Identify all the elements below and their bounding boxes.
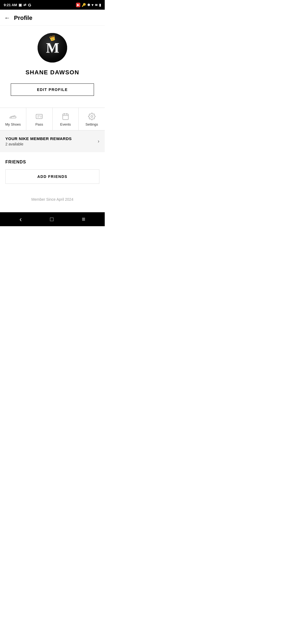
g-icon: G <box>28 3 31 7</box>
avatar-inner: 👑 M <box>38 33 67 63</box>
wifi-icon: ≋ <box>95 3 98 7</box>
key-icon: 🔑 <box>82 3 86 7</box>
profile-section: 👑 M SHANE DAWSON EDIT PROFILE <box>0 25 105 102</box>
status-left: 9:21 AM ▣ ⇄ G <box>4 3 31 7</box>
nav-my-shoes[interactable]: My Shoes <box>0 108 26 130</box>
video-icon: ▣ <box>19 3 22 7</box>
bottom-navigation: ‹ □ ≡ <box>0 212 105 226</box>
nav-events[interactable]: Events <box>53 108 79 130</box>
svg-rect-4 <box>63 114 68 120</box>
system-menu-button[interactable]: ≡ <box>79 215 88 224</box>
rewards-subtitle: 2 available <box>5 142 72 146</box>
system-back-button[interactable]: ‹ <box>17 214 25 225</box>
add-friends-button[interactable]: ADD FRIENDS <box>5 169 99 184</box>
nav-settings[interactable]: Settings <box>79 108 105 130</box>
avatar-letter: M <box>46 40 59 56</box>
time-display: 9:21 AM <box>4 3 17 7</box>
back-button[interactable]: ← <box>4 15 10 21</box>
settings-icon <box>88 113 96 120</box>
bluetooth-icon: ✱ <box>87 3 90 7</box>
battery-icon: ▮ <box>99 3 101 7</box>
edit-profile-button[interactable]: EDIT PROFILE <box>11 83 94 96</box>
status-bar: 9:21 AM ▣ ⇄ G ▶ 🔑 ✱ ▾ ≋ ▮ <box>0 0 105 10</box>
nav-events-label: Events <box>60 122 71 126</box>
svg-point-8 <box>91 116 93 118</box>
nav-my-shoes-label: My Shoes <box>5 122 21 126</box>
header: ← Profile <box>0 10 105 25</box>
friends-heading: FRIENDS <box>5 160 99 164</box>
rotation-icon: ⇄ <box>23 3 26 7</box>
nav-pass-label: Pass <box>35 122 43 126</box>
page-title: Profile <box>14 14 32 21</box>
avatar: 👑 M <box>38 33 67 63</box>
nav-settings-label: Settings <box>85 122 98 126</box>
friends-section: FRIENDS ADD FRIENDS <box>0 152 105 189</box>
rewards-section[interactable]: YOUR NIKE MEMBER REWARDS 2 available › <box>0 130 105 152</box>
events-icon <box>62 113 69 120</box>
system-home-button[interactable]: □ <box>47 215 56 224</box>
shoes-icon <box>9 113 17 120</box>
member-since-text: Member Since April 2024 <box>31 197 73 202</box>
status-right: ▶ 🔑 ✱ ▾ ≋ ▮ <box>76 3 101 7</box>
rewards-chevron-icon: › <box>98 138 99 144</box>
svg-rect-3 <box>40 116 42 118</box>
signal-icon: ▾ <box>92 3 93 7</box>
profile-name: SHANE DAWSON <box>26 69 79 76</box>
nav-pass[interactable]: Pass <box>26 108 53 130</box>
nav-icons-bar: My Shoes Pass Events Settings <box>0 108 105 130</box>
record-icon: ▶ <box>76 3 80 7</box>
rewards-title: YOUR NIKE MEMBER REWARDS <box>5 136 72 141</box>
member-since: Member Since April 2024 <box>0 189 105 207</box>
rewards-text: YOUR NIKE MEMBER REWARDS 2 available <box>5 136 72 146</box>
pass-icon <box>35 113 43 120</box>
